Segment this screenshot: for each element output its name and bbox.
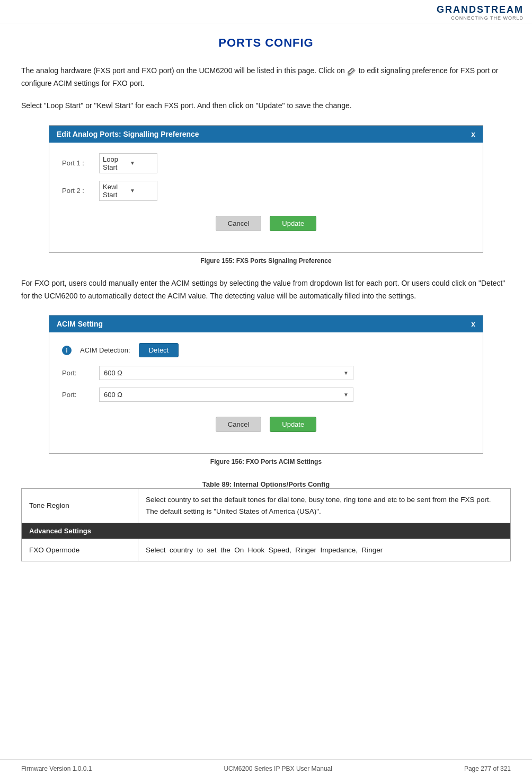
- firmware-version: Firmware Version 1.0.0.1: [21, 765, 92, 772]
- acim-port1-select[interactable]: 600 Ω ▼: [99, 366, 353, 380]
- logo-main: GRANDSTREAM: [437, 4, 524, 15]
- acim-port2-value: 600 Ω: [104, 391, 343, 399]
- manual-title: UCM6200 Series IP PBX User Manual: [224, 765, 332, 772]
- signalling-dialog-header: Edit Analog Ports: Signalling Preference…: [49, 126, 483, 143]
- figure-1-container: Edit Analog Ports: Signalling Preference…: [21, 125, 511, 265]
- table-row: Tone Region Select country to set the de…: [22, 489, 511, 523]
- port1-select[interactable]: Loop Start ▼: [99, 153, 157, 173]
- signalling-dialog: Edit Analog Ports: Signalling Preference…: [49, 125, 483, 253]
- intro-paragraph: The analog hardware (FXS port and FXO po…: [21, 65, 511, 90]
- acim-port2-arrow: ▼: [343, 392, 349, 398]
- options-table: Tone Region Select country to set the de…: [21, 488, 511, 561]
- signalling-update-button[interactable]: Update: [270, 216, 316, 231]
- acim-port1-row: Port: 600 Ω ▼: [62, 366, 470, 380]
- select-paragraph: Select "Loop Start" or "Kewl Start" for …: [21, 100, 511, 112]
- acim-detection-row: i ACIM Detection: Detect: [62, 343, 470, 357]
- port1-value: Loop Start: [103, 155, 127, 171]
- port1-arrow: ▼: [130, 160, 154, 166]
- figure2-caption: Figure 156: FXO Ports ACIM Settings: [21, 458, 511, 465]
- edit-icon: [347, 65, 357, 77]
- port2-label: Port 2 :: [62, 187, 99, 195]
- info-icon: i: [62, 346, 72, 355]
- detect-button[interactable]: Detect: [139, 343, 179, 357]
- acim-dialog-title: ACIM Setting: [57, 320, 103, 328]
- acim-dialog: ACIM Setting x i ACIM Detection: Detect …: [49, 315, 483, 454]
- logo: GRANDSTREAM CONNECTING THE WORLD: [437, 4, 524, 21]
- figure-2-container: ACIM Setting x i ACIM Detection: Detect …: [21, 315, 511, 465]
- signalling-dialog-close[interactable]: x: [471, 130, 475, 138]
- port1-row: Port 1 : Loop Start ▼: [62, 153, 470, 173]
- acim-port1-label: Port:: [62, 369, 99, 377]
- acim-dialog-close[interactable]: x: [471, 320, 475, 328]
- table-title: Table 89: Internal Options/Ports Config: [21, 480, 511, 488]
- acim-dialog-header: ACIM Setting x: [49, 315, 483, 332]
- figure1-caption: Figure 155: FXS Ports Signaling Preferen…: [21, 257, 511, 265]
- tone-region-value: Select country to set the default tones …: [138, 489, 511, 523]
- intro-text-1: The analog hardware (FXS port and FXO po…: [21, 66, 347, 75]
- port2-select[interactable]: Kewl Start ▼: [99, 181, 157, 201]
- port2-row: Port 2 : Kewl Start ▼: [62, 181, 470, 201]
- port1-label: Port 1 :: [62, 159, 99, 167]
- signalling-dialog-title: Edit Analog Ports: Signalling Preference: [57, 130, 199, 138]
- port2-arrow: ▼: [130, 188, 154, 193]
- fxo-opermode-value: Select country to set the On Hook Speed,…: [138, 539, 511, 561]
- select-text: Select "Loop Start" or "Kewl Start" for …: [21, 101, 352, 110]
- advanced-settings-header: Advanced Settings: [22, 523, 511, 539]
- fxo-paragraph: For FXO port, users could manually enter…: [21, 277, 511, 303]
- logo-sub: CONNECTING THE WORLD: [437, 15, 524, 21]
- fxo-opermode-label: FXO Opermode: [22, 539, 138, 561]
- fxo-opermode-row: FXO Opermode Select country to set the O…: [22, 539, 511, 561]
- signalling-dialog-body: Port 1 : Loop Start ▼ Port 2 : Kewl Star…: [49, 143, 483, 252]
- acim-port1-value: 600 Ω: [104, 369, 343, 377]
- acim-port2-label: Port:: [62, 391, 99, 399]
- tone-region-label: Tone Region: [22, 489, 138, 523]
- acim-detection-label: ACIM Detection:: [80, 346, 130, 354]
- acim-cancel-button[interactable]: Cancel: [216, 417, 261, 432]
- signalling-dialog-footer: Cancel Update: [62, 208, 470, 242]
- advanced-settings-label: Advanced Settings: [22, 523, 511, 539]
- acim-port2-row: Port: 600 Ω ▼: [62, 388, 470, 402]
- fxo-text: For FXO port, users could manually enter…: [21, 279, 505, 300]
- acim-dialog-body: i ACIM Detection: Detect Port: 600 Ω ▼ P…: [49, 332, 483, 453]
- acim-port2-select[interactable]: 600 Ω ▼: [99, 388, 353, 402]
- page-footer: Firmware Version 1.0.0.1 UCM6200 Series …: [0, 759, 532, 772]
- page-header: GRANDSTREAM CONNECTING THE WORLD: [0, 0, 532, 23]
- port2-value: Kewl Start: [103, 183, 127, 199]
- acim-port1-arrow: ▼: [343, 370, 349, 376]
- acim-dialog-footer: Cancel Update: [62, 409, 470, 443]
- signalling-cancel-button[interactable]: Cancel: [216, 216, 261, 231]
- page-number: Page 277 of 321: [464, 765, 511, 772]
- page-title: PORTS CONFIG: [21, 36, 511, 50]
- main-content: PORTS CONFIG The analog hardware (FXS po…: [0, 23, 532, 583]
- acim-update-button[interactable]: Update: [270, 417, 316, 432]
